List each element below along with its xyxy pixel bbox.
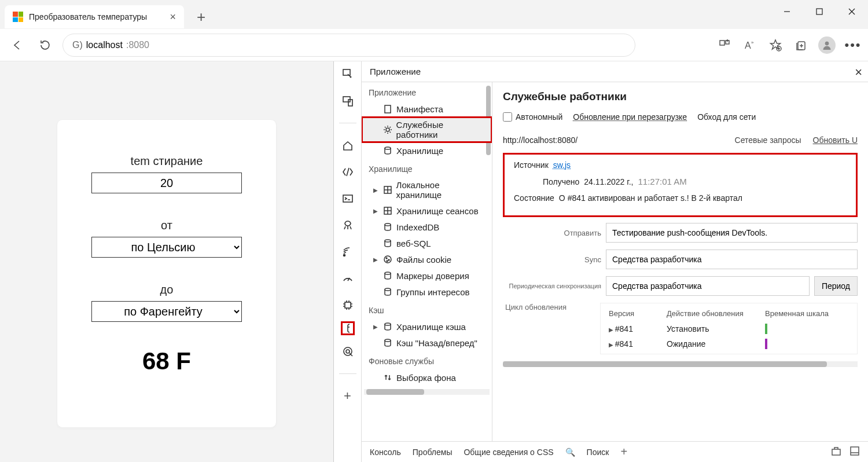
svg-rect-28 bbox=[385, 105, 391, 113]
tree-section-cache: Кэш bbox=[362, 300, 492, 318]
svg-point-21 bbox=[343, 255, 345, 256]
push-message-input[interactable] bbox=[606, 223, 858, 243]
back-button[interactable] bbox=[7, 35, 28, 56]
svg-point-38 bbox=[385, 240, 391, 242]
network-requests-link[interactable]: Сетевые запросы bbox=[735, 135, 801, 145]
drawer-css-overview[interactable]: Общие сведения о CSS bbox=[464, 448, 553, 457]
welcome-icon[interactable] bbox=[341, 138, 355, 152]
tree-section-storage: Хранилище bbox=[362, 159, 492, 177]
tree-item-interest-groups[interactable]: Группы интересов bbox=[362, 284, 492, 300]
svg-point-44 bbox=[385, 288, 391, 291]
maximize-button[interactable] bbox=[803, 0, 836, 23]
tree-item-bfcache[interactable]: Кэш "Назад/вперед" bbox=[362, 335, 492, 351]
tab-title: Преобразователь температуры bbox=[29, 12, 164, 21]
tree-item-storage[interactable]: Хранилище bbox=[362, 142, 492, 159]
tree-item-trust-tokens[interactable]: Маркеры доверия bbox=[362, 267, 492, 284]
browser-tab[interactable]: Преобразователь температуры × bbox=[5, 5, 184, 28]
application-tree[interactable]: Приложение Манифеста Служебные работники… bbox=[362, 82, 492, 441]
new-tab-button[interactable]: + bbox=[197, 8, 205, 26]
update-table: Версия Действие обновления Временная шка… bbox=[600, 303, 858, 354]
th-action: Действие обновления bbox=[667, 309, 748, 318]
svg-point-46 bbox=[385, 339, 391, 342]
drawer-issues-icon[interactable] bbox=[831, 446, 841, 458]
tree-section-background: Фоновые службы bbox=[362, 351, 492, 369]
from-select[interactable]: по Цельсию bbox=[91, 237, 242, 258]
memory-icon[interactable] bbox=[341, 298, 355, 312]
converter-card: tem стирание от по Цельсию до по Фаренге… bbox=[57, 119, 277, 428]
tree-item-session-storage[interactable]: Хранилище сеансов bbox=[362, 203, 492, 219]
drawer-issues[interactable]: Проблемы bbox=[413, 448, 453, 457]
main-area: tem стирание от по Цельсию до по Фаренге… bbox=[0, 61, 868, 462]
status-label: Состояние bbox=[514, 193, 554, 203]
tab-close-button[interactable]: × bbox=[170, 11, 176, 23]
close-window-button[interactable] bbox=[836, 0, 868, 23]
tree-item-background-fetch[interactable]: Выборка фона bbox=[362, 369, 492, 386]
application-icon[interactable] bbox=[341, 321, 355, 335]
svg-rect-20 bbox=[343, 195, 352, 202]
tree-item-websql[interactable]: веб-SQL bbox=[362, 235, 492, 251]
refresh-link[interactable]: Обновить U bbox=[813, 135, 858, 145]
drawer-console[interactable]: Консоль bbox=[370, 448, 401, 457]
network-icon[interactable] bbox=[341, 245, 355, 259]
svg-point-42 bbox=[387, 261, 388, 262]
origin-text: http://localhost:8080/ bbox=[503, 135, 578, 145]
grid-icon bbox=[382, 206, 393, 216]
performance-icon[interactable] bbox=[341, 272, 355, 285]
collections-icon[interactable] bbox=[793, 37, 809, 53]
period-button[interactable]: Период bbox=[814, 276, 858, 296]
periodic-input[interactable] bbox=[606, 276, 810, 296]
periodic-label: Периодическая синхронизация bbox=[503, 283, 601, 289]
svg-point-41 bbox=[388, 259, 389, 261]
received-date: 24.11.2022 г., bbox=[584, 177, 633, 186]
reload-button[interactable] bbox=[35, 35, 56, 56]
settings-menu-button[interactable]: ••• bbox=[845, 37, 861, 53]
drawer-dock-icon[interactable] bbox=[849, 446, 860, 458]
inspect-icon[interactable] bbox=[341, 67, 355, 81]
db-icon bbox=[382, 222, 393, 232]
svg-rect-22 bbox=[345, 302, 351, 308]
checkbox-offline[interactable]: Автономный bbox=[503, 112, 562, 122]
svg-point-16 bbox=[825, 42, 829, 45]
temperature-input[interactable] bbox=[91, 173, 242, 193]
tree-item-service-workers[interactable]: Служебные работники bbox=[362, 117, 492, 142]
app-install-icon[interactable] bbox=[716, 37, 733, 53]
console-icon[interactable] bbox=[341, 192, 355, 206]
drawer-search[interactable]: Поиск bbox=[587, 448, 609, 457]
minimize-button[interactable] bbox=[771, 0, 803, 23]
db-icon bbox=[382, 338, 393, 348]
favorites-icon[interactable] bbox=[767, 37, 784, 53]
profile-avatar[interactable] bbox=[818, 36, 836, 54]
svg-point-30 bbox=[385, 147, 391, 149]
device-icon[interactable] bbox=[341, 94, 355, 108]
devtools-drawer: Консоль Проблемы Общие сведения о CSS 🔍 … bbox=[362, 441, 868, 462]
svg-rect-17 bbox=[343, 69, 350, 75]
sources-icon[interactable] bbox=[341, 218, 355, 232]
more-tools-icon[interactable]: + bbox=[341, 389, 355, 403]
drawer-add-icon[interactable]: + bbox=[620, 445, 627, 459]
db-icon bbox=[382, 145, 393, 156]
tree-item-cookies[interactable]: Файлы cookie bbox=[362, 251, 492, 267]
checkbox-bypass[interactable]: Обход для сети bbox=[697, 112, 756, 122]
elements-icon[interactable] bbox=[341, 165, 355, 179]
checkbox-update-reload[interactable]: Обновление при перезагрузке bbox=[573, 112, 687, 122]
sync-input[interactable] bbox=[606, 250, 858, 269]
css-overview-icon[interactable] bbox=[341, 344, 355, 358]
svg-point-26 bbox=[346, 350, 350, 353]
svg-point-45 bbox=[385, 323, 391, 325]
source-label: Источник bbox=[514, 160, 549, 170]
send-label: Отправить bbox=[503, 229, 601, 237]
svg-rect-4 bbox=[720, 41, 724, 45]
url-prefix: G) bbox=[72, 40, 83, 50]
search-icon: 🔍 bbox=[565, 448, 575, 457]
tree-item-manifest[interactable]: Манифеста bbox=[362, 101, 492, 117]
to-select[interactable]: по Фаренгейту bbox=[91, 301, 242, 322]
tree-item-indexeddb[interactable]: IndexedDB bbox=[362, 219, 492, 235]
devtools-close-button[interactable]: × bbox=[855, 65, 862, 80]
source-link[interactable]: sw.js bbox=[553, 160, 571, 170]
svg-rect-23 bbox=[348, 324, 350, 332]
read-aloud-icon[interactable]: A» bbox=[742, 37, 758, 53]
tree-item-cache-storage[interactable]: Хранилище кэша bbox=[362, 318, 492, 335]
address-bar[interactable]: G) localhost :8080 bbox=[62, 34, 635, 57]
svg-rect-48 bbox=[851, 447, 859, 455]
tree-item-local-storage[interactable]: Локальное хранилище bbox=[362, 177, 492, 203]
